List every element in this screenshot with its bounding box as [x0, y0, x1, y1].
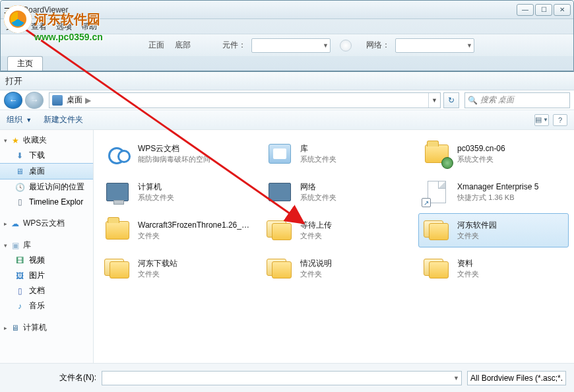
file-item-text: WPS云文档 能防御病毒破坏的空间	[138, 143, 210, 164]
sidebar-pictures[interactable]: 🖼图片	[0, 268, 93, 283]
maximize-button[interactable]: ☐	[535, 4, 552, 16]
tab-row: 主页	[7, 56, 43, 71]
breadcrumb[interactable]: 桌面 ▶ ▼	[49, 92, 441, 108]
chevron-down-icon: ▼	[466, 42, 472, 49]
toolbar-bottom-label[interactable]: 底部	[175, 40, 191, 51]
star-icon: ★	[10, 135, 20, 146]
file-item-type: 文件夹	[300, 270, 322, 278]
file-item[interactable]: 河东下载站 文件夹	[99, 251, 255, 286]
file-item-type: 系统文件夹	[457, 155, 494, 163]
file-item-text: 计算机 系统文件夹	[138, 181, 174, 203]
breadcrumb-root[interactable]: 桌面	[67, 94, 82, 106]
file-item[interactable]: 库 系统文件夹	[261, 137, 412, 171]
file-item[interactable]: 河东软件园 文件夹	[418, 213, 569, 247]
file-item-type: 系统文件夹	[300, 193, 336, 201]
breadcrumb-sep[interactable]: ▶	[85, 96, 91, 105]
file-item-type: 快捷方式	[457, 193, 486, 201]
music-icon: ♪	[15, 301, 25, 311]
sidebar-wps[interactable]: ▸☁WPS云文档	[0, 216, 93, 231]
window-controls: — ☐ ✕	[517, 4, 571, 16]
refresh-button[interactable]: ↻	[443, 92, 459, 108]
sidebar: ▾★收藏夹 ⬇下载 🖥桌面 🕓最近访问的位置 ▯Timeline Explor …	[0, 130, 94, 363]
file-item-type: 文件夹	[457, 232, 479, 240]
help-button[interactable]: ?	[553, 114, 567, 126]
sidebar-favorites[interactable]: ▾★收藏夹	[0, 133, 93, 148]
dialog-body: ▾★收藏夹 ⬇下载 🖥桌面 🕓最近访问的位置 ▯Timeline Explor …	[0, 130, 574, 363]
file-item[interactable]: Warcraft3FrozenThrone1.26_chs 文件夹	[99, 213, 255, 247]
net-dropdown[interactable]: ▼	[395, 38, 474, 53]
toolbar-net-label: 网络：	[366, 40, 390, 51]
computer-icon: 🖥	[10, 323, 20, 333]
sidebar-downloads[interactable]: ⬇下载	[0, 148, 93, 163]
sidebar-desktop[interactable]: 🖥桌面	[0, 163, 93, 180]
breadcrumb-dropdown[interactable]: ▼	[428, 93, 440, 108]
folderopen-icon	[104, 255, 131, 282]
close-button[interactable]: ✕	[554, 4, 571, 16]
menu-file[interactable]: 文件	[6, 21, 22, 32]
component-dropdown[interactable]: ▼	[251, 38, 331, 53]
sidebar-documents[interactable]: ▯文档	[0, 283, 93, 298]
picture-icon: 🖼	[15, 271, 25, 281]
library-icon: ▣	[10, 240, 20, 251]
tab-home[interactable]: 主页	[7, 56, 43, 71]
cloud-icon	[104, 140, 131, 168]
sidebar-timeline[interactable]: ▯Timeline Explor	[0, 195, 93, 209]
net-icon	[266, 178, 294, 206]
nav-back-button[interactable]: ←	[4, 92, 22, 109]
file-item[interactable]: 等待上传 文件夹	[261, 213, 412, 247]
file-item-name: Warcraft3FrozenThrone1.26_chs	[138, 220, 250, 230]
sidebar-computer[interactable]: ▸🖥计算机	[0, 320, 93, 335]
file-item[interactable]: ↗ Xmanager Enterprise 5 快捷方式 1.36 KB	[418, 175, 569, 209]
folderopen-icon	[266, 255, 294, 282]
search-input[interactable]: 🔍 搜索 桌面	[464, 92, 570, 108]
dialog-titlebar: 打开	[0, 72, 574, 90]
main-titlebar: ⊐⊏ BoardViewer — ☐ ✕	[1, 1, 573, 19]
new-folder-button[interactable]: 新建文件夹	[44, 114, 83, 125]
file-item[interactable]: WPS云文档 能防御病毒破坏的空间	[99, 137, 255, 171]
file-list[interactable]: WPS云文档 能防御病毒破坏的空间 库 系统文件夹 pc0359.cn-06 系…	[94, 130, 574, 363]
file-item[interactable]: 资料 文件夹	[418, 251, 569, 286]
file-item-name: pc0359.cn-06	[457, 143, 505, 154]
folderopen-icon	[423, 255, 451, 282]
file-item-name: 情况说明	[300, 258, 332, 269]
file-item-name: 等待上传	[300, 220, 332, 230]
file-item-name: 网络	[300, 181, 336, 192]
dialog-toolbar: 组织 ▼ 新建文件夹 ▤▼ ?	[0, 110, 574, 130]
sidebar-video[interactable]: 🎞视频	[0, 253, 93, 268]
view-mode-button[interactable]: ▤▼	[534, 114, 549, 126]
file-item-text: 库 系统文件夹	[300, 143, 336, 164]
file-item-name: 计算机	[138, 181, 174, 192]
file-item-name: 河东软件园	[457, 220, 497, 230]
file-item[interactable]: pc0359.cn-06 系统文件夹	[418, 137, 569, 171]
file-item[interactable]: 计算机 系统文件夹	[99, 175, 255, 209]
expand-icon: ▸	[4, 325, 7, 331]
file-item-name: 河东下载站	[138, 258, 177, 269]
sidebar-libraries[interactable]: ▾▣库	[0, 238, 93, 253]
sidebar-recent[interactable]: 🕓最近访问的位置	[0, 180, 93, 195]
search-icon: 🔍	[468, 96, 478, 105]
main-toolbar: 正面 底部 元件： ▼ 网络： ▼	[1, 34, 573, 56]
nav-forward-button[interactable]: →	[25, 92, 44, 109]
chevron-down-icon: ▼	[26, 117, 32, 123]
toolbar-front-label[interactable]: 正面	[148, 40, 164, 51]
file-item-text: Xmanager Enterprise 5 快捷方式 1.36 KB	[457, 181, 538, 203]
file-item-text: 等待上传 文件夹	[300, 220, 332, 241]
file-item[interactable]: 网络 系统文件夹	[261, 175, 412, 209]
minimize-button[interactable]: —	[517, 4, 534, 16]
nav-row: ← → 桌面 ▶ ▼ ↻ 🔍 搜索 桌面	[0, 90, 574, 110]
file-item-type: 能防御病毒破坏的空间	[138, 155, 210, 163]
filename-input[interactable]: ▼	[102, 371, 462, 385]
file-item-name: 库	[300, 143, 336, 154]
page-icon: ↗	[423, 178, 451, 206]
file-item[interactable]: 情况说明 文件夹	[261, 251, 412, 286]
menu-view[interactable]: 查看	[31, 21, 47, 32]
file-item-text: Warcraft3FrozenThrone1.26_chs 文件夹	[138, 220, 250, 241]
organize-button[interactable]: 组织 ▼	[7, 114, 32, 125]
filetype-filter[interactable]: All Bordview Files (*.asc;*.	[467, 371, 566, 385]
sidebar-music[interactable]: ♪音乐	[0, 298, 93, 313]
app-icon: ⊐⊏	[3, 3, 20, 16]
bulb-icon[interactable]	[340, 40, 352, 51]
menu-help[interactable]: 帮助	[81, 21, 97, 32]
file-item-type: 文件夹	[138, 270, 160, 278]
menu-options[interactable]: 选项	[56, 21, 72, 32]
